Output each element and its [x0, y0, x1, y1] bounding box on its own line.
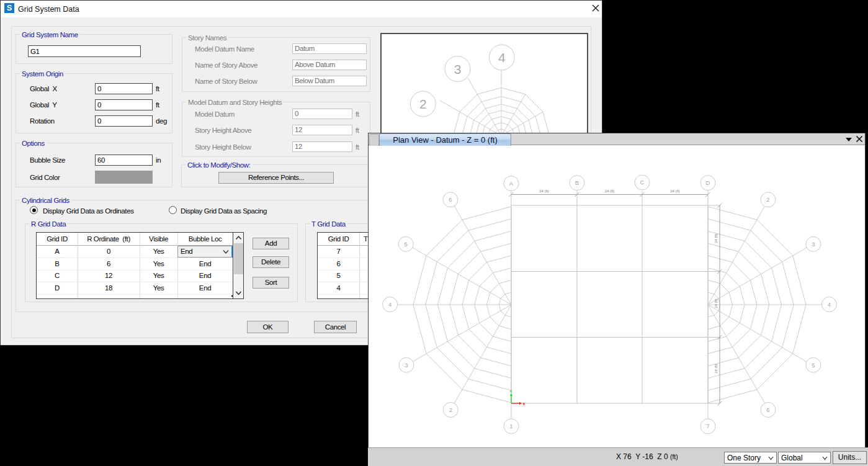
svg-text:<: <	[510, 389, 512, 393]
svg-text:5: 5	[812, 362, 815, 369]
svg-text:24 (ft): 24 (ft)	[714, 233, 718, 243]
svg-text:4: 4	[388, 301, 391, 308]
svg-text:4: 4	[828, 301, 831, 308]
svg-text:24 (ft): 24 (ft)	[714, 364, 718, 374]
svg-text:x: x	[523, 401, 526, 406]
svg-text:24 (ft): 24 (ft)	[605, 189, 615, 193]
svg-text:4: 4	[498, 50, 506, 65]
svg-text:B: B	[575, 179, 579, 186]
svg-text:3: 3	[405, 362, 408, 369]
svg-text:7: 7	[706, 423, 709, 429]
svg-text:5: 5	[405, 241, 408, 248]
svg-text:3: 3	[454, 62, 462, 76]
svg-text:A: A	[509, 180, 514, 187]
svg-text:D: D	[706, 179, 710, 186]
svg-text:6: 6	[766, 406, 769, 413]
svg-text:6: 6	[449, 196, 452, 203]
svg-text:3: 3	[812, 241, 815, 248]
svg-text:2: 2	[449, 406, 452, 413]
svg-text:2: 2	[766, 196, 769, 203]
svg-text:C: C	[640, 179, 645, 186]
svg-text:2: 2	[419, 97, 427, 111]
svg-text:24 (ft): 24 (ft)	[539, 189, 549, 193]
svg-text:1: 1	[509, 423, 512, 429]
svg-text:24 (ft): 24 (ft)	[714, 298, 718, 308]
svg-text:24 (ft): 24 (ft)	[670, 189, 680, 193]
